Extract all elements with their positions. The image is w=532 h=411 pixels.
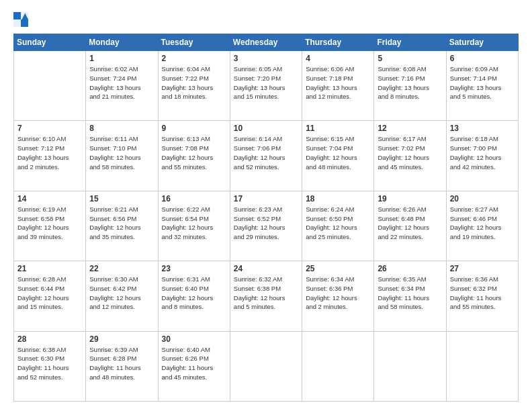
calendar-cell: 22Sunrise: 6:30 AM Sunset: 6:42 PM Dayli… xyxy=(86,261,158,331)
calendar-cell xyxy=(374,331,446,401)
day-info: Sunrise: 6:21 AM Sunset: 6:56 PM Dayligh… xyxy=(89,205,154,242)
day-info: Sunrise: 6:13 AM Sunset: 7:08 PM Dayligh… xyxy=(162,134,226,171)
day-info: Sunrise: 6:40 AM Sunset: 6:26 PM Dayligh… xyxy=(162,345,226,382)
day-info: Sunrise: 6:05 AM Sunset: 7:20 PM Dayligh… xyxy=(234,64,298,101)
day-number: 27 xyxy=(450,264,515,273)
calendar-week-4: 21Sunrise: 6:28 AM Sunset: 6:44 PM Dayli… xyxy=(14,261,519,331)
day-info: Sunrise: 6:19 AM Sunset: 6:58 PM Dayligh… xyxy=(17,205,82,242)
day-number: 12 xyxy=(378,124,442,133)
calendar-cell: 24Sunrise: 6:32 AM Sunset: 6:38 PM Dayli… xyxy=(230,261,302,331)
weekday-header-wednesday: Wednesday xyxy=(230,34,302,51)
logo xyxy=(13,12,31,27)
calendar-cell: 5Sunrise: 6:08 AM Sunset: 7:16 PM Daylig… xyxy=(374,51,446,121)
day-number: 22 xyxy=(89,264,154,273)
calendar-cell: 20Sunrise: 6:27 AM Sunset: 6:46 PM Dayli… xyxy=(446,191,518,261)
calendar-cell: 28Sunrise: 6:38 AM Sunset: 6:30 PM Dayli… xyxy=(14,331,86,401)
day-info: Sunrise: 6:26 AM Sunset: 6:48 PM Dayligh… xyxy=(378,205,442,242)
day-info: Sunrise: 6:36 AM Sunset: 6:32 PM Dayligh… xyxy=(450,275,515,312)
calendar-cell: 26Sunrise: 6:35 AM Sunset: 6:34 PM Dayli… xyxy=(374,261,446,331)
day-number: 29 xyxy=(89,334,154,344)
day-number: 3 xyxy=(234,54,298,63)
calendar-cell: 21Sunrise: 6:28 AM Sunset: 6:44 PM Dayli… xyxy=(14,261,86,331)
calendar-cell: 16Sunrise: 6:22 AM Sunset: 6:54 PM Dayli… xyxy=(158,191,230,261)
calendar-cell: 12Sunrise: 6:17 AM Sunset: 7:02 PM Dayli… xyxy=(374,121,446,191)
calendar-cell: 7Sunrise: 6:10 AM Sunset: 7:12 PM Daylig… xyxy=(14,121,86,191)
day-info: Sunrise: 6:10 AM Sunset: 7:12 PM Dayligh… xyxy=(17,134,82,171)
day-info: Sunrise: 6:09 AM Sunset: 7:14 PM Dayligh… xyxy=(450,64,515,101)
day-info: Sunrise: 6:35 AM Sunset: 6:34 PM Dayligh… xyxy=(378,275,442,312)
calendar-cell: 4Sunrise: 6:06 AM Sunset: 7:18 PM Daylig… xyxy=(302,51,374,121)
day-info: Sunrise: 6:30 AM Sunset: 6:42 PM Dayligh… xyxy=(89,275,154,312)
day-number: 17 xyxy=(234,194,298,203)
day-info: Sunrise: 6:32 AM Sunset: 6:38 PM Dayligh… xyxy=(234,275,298,312)
day-info: Sunrise: 6:31 AM Sunset: 6:40 PM Dayligh… xyxy=(162,275,226,312)
calendar-cell: 1Sunrise: 6:02 AM Sunset: 7:24 PM Daylig… xyxy=(86,51,158,121)
day-number: 16 xyxy=(162,194,226,203)
day-number: 2 xyxy=(162,54,226,63)
day-info: Sunrise: 6:22 AM Sunset: 6:54 PM Dayligh… xyxy=(162,205,226,242)
calendar-cell: 29Sunrise: 6:39 AM Sunset: 6:28 PM Dayli… xyxy=(86,331,158,401)
day-number: 23 xyxy=(162,264,226,273)
day-info: Sunrise: 6:15 AM Sunset: 7:04 PM Dayligh… xyxy=(306,134,370,171)
weekday-header-sunday: Sunday xyxy=(14,34,86,51)
calendar-cell: 2Sunrise: 6:04 AM Sunset: 7:22 PM Daylig… xyxy=(158,51,230,121)
calendar-cell xyxy=(302,331,374,401)
day-number: 24 xyxy=(234,264,298,273)
svg-rect-2 xyxy=(13,19,21,27)
calendar-cell: 18Sunrise: 6:24 AM Sunset: 6:50 PM Dayli… xyxy=(302,191,374,261)
day-info: Sunrise: 6:18 AM Sunset: 7:00 PM Dayligh… xyxy=(450,134,515,171)
svg-rect-0 xyxy=(13,12,21,19)
calendar-cell: 30Sunrise: 6:40 AM Sunset: 6:26 PM Dayli… xyxy=(158,331,230,401)
calendar-page: SundayMondayTuesdayWednesdayThursdayFrid… xyxy=(0,0,532,411)
day-number: 10 xyxy=(234,124,298,133)
calendar-cell: 8Sunrise: 6:11 AM Sunset: 7:10 PM Daylig… xyxy=(86,121,158,191)
day-info: Sunrise: 6:02 AM Sunset: 7:24 PM Dayligh… xyxy=(89,64,154,101)
calendar-week-1: 1Sunrise: 6:02 AM Sunset: 7:24 PM Daylig… xyxy=(14,51,519,121)
day-number: 14 xyxy=(17,194,82,203)
day-number: 30 xyxy=(162,334,226,344)
day-number: 13 xyxy=(450,124,515,133)
day-number: 5 xyxy=(378,54,442,63)
day-number: 6 xyxy=(450,54,515,63)
day-info: Sunrise: 6:34 AM Sunset: 6:36 PM Dayligh… xyxy=(306,275,370,312)
day-number: 11 xyxy=(306,124,370,133)
weekday-header-saturday: Saturday xyxy=(446,34,518,51)
day-number: 9 xyxy=(162,124,226,133)
svg-rect-3 xyxy=(21,19,28,27)
day-number: 4 xyxy=(306,54,370,63)
calendar-cell: 13Sunrise: 6:18 AM Sunset: 7:00 PM Dayli… xyxy=(446,121,518,191)
day-info: Sunrise: 6:38 AM Sunset: 6:30 PM Dayligh… xyxy=(17,345,82,382)
day-info: Sunrise: 6:39 AM Sunset: 6:28 PM Dayligh… xyxy=(89,345,154,382)
calendar-cell: 14Sunrise: 6:19 AM Sunset: 6:58 PM Dayli… xyxy=(14,191,86,261)
calendar-cell: 10Sunrise: 6:14 AM Sunset: 7:06 PM Dayli… xyxy=(230,121,302,191)
weekday-header-friday: Friday xyxy=(374,34,446,51)
calendar-cell: 3Sunrise: 6:05 AM Sunset: 7:20 PM Daylig… xyxy=(230,51,302,121)
day-info: Sunrise: 6:24 AM Sunset: 6:50 PM Dayligh… xyxy=(306,205,370,242)
day-info: Sunrise: 6:08 AM Sunset: 7:16 PM Dayligh… xyxy=(378,64,442,101)
calendar-cell: 6Sunrise: 6:09 AM Sunset: 7:14 PM Daylig… xyxy=(446,51,518,121)
day-number: 28 xyxy=(17,334,82,344)
calendar-table: SundayMondayTuesdayWednesdayThursdayFrid… xyxy=(13,34,519,402)
calendar-cell: 11Sunrise: 6:15 AM Sunset: 7:04 PM Dayli… xyxy=(302,121,374,191)
calendar-cell: 15Sunrise: 6:21 AM Sunset: 6:56 PM Dayli… xyxy=(86,191,158,261)
day-info: Sunrise: 6:23 AM Sunset: 6:52 PM Dayligh… xyxy=(234,205,298,242)
calendar-cell xyxy=(14,51,86,121)
day-number: 8 xyxy=(89,124,154,133)
day-number: 26 xyxy=(378,264,442,273)
day-info: Sunrise: 6:27 AM Sunset: 6:46 PM Dayligh… xyxy=(450,205,515,242)
calendar-cell xyxy=(230,331,302,401)
weekday-header-monday: Monday xyxy=(86,34,158,51)
logo-icon xyxy=(13,12,28,27)
day-number: 7 xyxy=(17,124,82,133)
day-info: Sunrise: 6:06 AM Sunset: 7:18 PM Dayligh… xyxy=(306,64,370,101)
weekday-header-tuesday: Tuesday xyxy=(158,34,230,51)
calendar-week-2: 7Sunrise: 6:10 AM Sunset: 7:12 PM Daylig… xyxy=(14,121,519,191)
day-number: 18 xyxy=(306,194,370,203)
day-info: Sunrise: 6:04 AM Sunset: 7:22 PM Dayligh… xyxy=(162,64,226,101)
day-info: Sunrise: 6:14 AM Sunset: 7:06 PM Dayligh… xyxy=(234,134,298,171)
day-number: 21 xyxy=(17,264,82,273)
calendar-cell xyxy=(446,331,518,401)
day-info: Sunrise: 6:11 AM Sunset: 7:10 PM Dayligh… xyxy=(89,134,154,171)
calendar-week-5: 28Sunrise: 6:38 AM Sunset: 6:30 PM Dayli… xyxy=(14,331,519,401)
calendar-cell: 19Sunrise: 6:26 AM Sunset: 6:48 PM Dayli… xyxy=(374,191,446,261)
